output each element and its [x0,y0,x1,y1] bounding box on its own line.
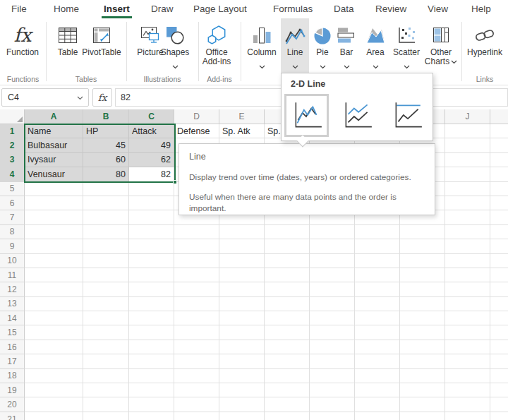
row-header-10[interactable]: 10 [0,254,25,268]
cell-E14[interactable] [219,311,265,325]
cell-D15[interactable] [174,325,219,340]
cell-H21[interactable] [355,412,400,420]
tab-page-layout[interactable]: Page Layout [193,0,247,18]
row-header-9[interactable]: 9 [0,239,25,253]
cell-D14[interactable] [174,311,219,325]
cell-I16[interactable] [400,340,445,354]
cell-C9[interactable] [129,239,174,253]
cell-D16[interactable] [174,340,219,354]
row-header-4[interactable]: 4 [0,167,25,181]
cell-F17[interactable] [265,354,310,368]
cell-F15[interactable] [265,325,310,340]
cell-B13[interactable] [83,297,129,311]
cell-C15[interactable] [129,325,174,340]
cell-C10[interactable] [129,254,174,268]
row-header-6[interactable]: 6 [0,196,25,210]
cell-J6[interactable] [445,196,490,210]
row-header-15[interactable]: 15 [0,325,25,340]
row-header-7[interactable]: 7 [0,210,25,224]
cell-E15[interactable] [219,325,265,340]
cell-G10[interactable] [310,254,355,268]
cell-B14[interactable] [83,311,129,325]
cell[interactable] [490,325,508,340]
tab-help[interactable]: Help [471,0,491,18]
cell-D13[interactable] [174,297,219,311]
cell-D9[interactable] [174,239,219,253]
cell-J20[interactable] [445,397,490,412]
cell-I19[interactable] [400,383,445,397]
cell-H8[interactable] [355,225,400,239]
column-header-B[interactable]: B [83,109,129,124]
name-box[interactable]: C4 [1,88,89,107]
row-header-14[interactable]: 14 [0,311,25,325]
cell[interactable] [490,225,508,239]
cell-J5[interactable] [445,182,490,196]
cell-J19[interactable] [445,383,490,397]
cell-D12[interactable] [174,282,219,296]
cell-C5[interactable] [129,182,174,196]
cell[interactable] [490,311,508,325]
cell-I8[interactable] [400,225,445,239]
cell-B21[interactable] [83,412,129,420]
cell-A6[interactable] [25,196,83,210]
cell-J1[interactable] [445,124,490,138]
cell-C14[interactable] [129,311,174,325]
row-header-8[interactable]: 8 [0,225,25,239]
cell-C2[interactable]: 49 [129,138,174,152]
cell-J8[interactable] [445,225,490,239]
cell[interactable] [490,297,508,311]
cell-H16[interactable] [355,340,400,354]
cell[interactable] [490,340,508,354]
cell-B3[interactable]: 60 [83,153,129,167]
cell[interactable] [490,138,508,152]
cell-I20[interactable] [400,397,445,412]
cell-H18[interactable] [355,369,400,383]
cell-A14[interactable] [25,311,83,325]
cell-J15[interactable] [445,325,490,340]
cell-D10[interactable] [174,254,219,268]
cell-E8[interactable] [219,225,265,239]
tab-review[interactable]: Review [375,0,406,18]
column-header-C[interactable]: C [129,109,174,124]
cell-J7[interactable] [445,210,490,224]
cell-E16[interactable] [219,340,265,354]
cell-A3[interactable]: Ivysaur [25,153,83,167]
cell-J13[interactable] [445,297,490,311]
cell-F12[interactable] [265,282,310,296]
cell-E17[interactable] [219,354,265,368]
cell-J21[interactable] [445,412,490,420]
cell-F9[interactable] [265,239,310,253]
cell-A18[interactable] [25,369,83,383]
cell-I14[interactable] [400,311,445,325]
column-header-D[interactable]: D [174,109,219,124]
cell-G18[interactable] [310,369,355,383]
cell-F11[interactable] [265,268,310,282]
column-header-A[interactable]: A [25,109,83,124]
cell-E9[interactable] [219,239,265,253]
column-header-E[interactable]: E [219,109,265,124]
cell-B17[interactable] [83,354,129,368]
cell-A16[interactable] [25,340,83,354]
cell-G14[interactable] [310,311,355,325]
cell-C21[interactable] [129,412,174,420]
cell-A7[interactable] [25,210,83,224]
select-all-corner[interactable] [0,109,25,124]
cell-I17[interactable] [400,354,445,368]
cell-A2[interactable]: Bulbasaur [25,138,83,152]
cell-A4[interactable]: Venusaur [25,167,83,181]
cell-B7[interactable] [83,210,129,224]
row-header-12[interactable]: 12 [0,282,25,296]
cell-J9[interactable] [445,239,490,253]
cell-A1[interactable]: Name [25,124,83,138]
row-header-19[interactable]: 19 [0,383,25,397]
cell-F8[interactable] [265,225,310,239]
cell-E11[interactable] [219,268,265,282]
cell-B2[interactable]: 45 [83,138,129,152]
cell-B8[interactable] [83,225,129,239]
row-header-17[interactable]: 17 [0,354,25,368]
cell-H20[interactable] [355,397,400,412]
row-header-2[interactable]: 2 [0,138,25,152]
cell-B15[interactable] [83,325,129,340]
cell-H11[interactable] [355,268,400,282]
cell-B12[interactable] [83,282,129,296]
